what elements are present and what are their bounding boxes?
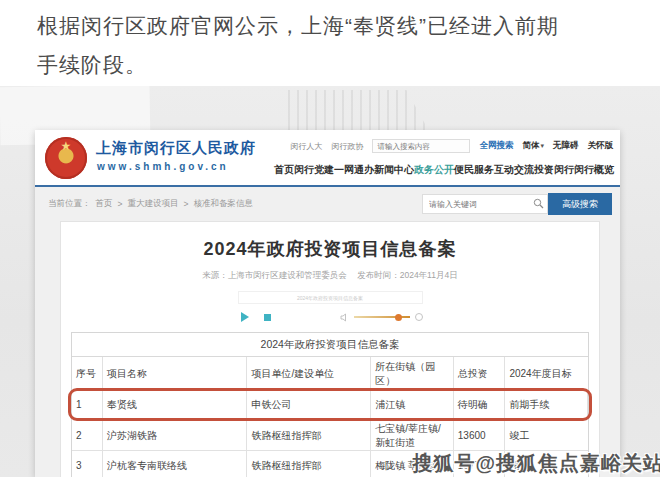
- audio-controls: [238, 309, 423, 325]
- page-title: 2024年政府投资项目信息备案: [61, 237, 599, 261]
- national-emblem-icon: ★: [45, 137, 87, 179]
- play-icon[interactable]: [241, 312, 249, 322]
- screenshot-backdrop: ★ 上海市闵行区人民政府 www.shmh.gov.cn 闵行人大 闵行政协 全…: [0, 86, 660, 477]
- header-utility-bar: 闵行人大 闵行政协 全网搜索 简体▾ 无障碍 关怀版: [270, 138, 613, 154]
- sohu-watermark: 搜狐号@搜狐焦点嘉峪关站: [412, 450, 660, 477]
- star-icon: ★: [45, 140, 87, 152]
- article-headline: 根据闵行区政府官网公示，上海“奉贤线”已经进入前期 手续阶段。: [37, 6, 637, 84]
- table-caption: 2024年政府投资项目信息备案: [72, 333, 588, 357]
- table-row-husuhu-railway: 2 沪苏湖铁路 铁路枢纽指挥部 七宝镇/莘庄镇/新虹街道 13600 竣工: [72, 419, 588, 451]
- mute-toggle-icon[interactable]: [415, 313, 423, 321]
- main-nav: 首页 闵行党建 一网通办 新闻中心 政务公开 便民服务 互动交流 投资闵行 闵行…: [274, 163, 614, 177]
- nav-party[interactable]: 闵行党建: [294, 163, 334, 177]
- col-header-project-name: 项目名称: [103, 357, 247, 390]
- breadcrumb-separator: >: [118, 199, 123, 209]
- care-mode-link[interactable]: 关怀版: [588, 140, 614, 152]
- nav-invest[interactable]: 投资闵行: [534, 163, 574, 177]
- nav-gov-affairs[interactable]: 政务公开: [414, 163, 454, 177]
- nav-interaction[interactable]: 互动交流: [494, 163, 534, 177]
- cell-index: 3: [72, 451, 103, 477]
- accessibility-link[interactable]: 无障碍: [553, 140, 579, 152]
- cell-goal: 竣工: [505, 419, 588, 452]
- breadcrumb-separator: >: [183, 199, 188, 209]
- keyword-search-wrap: [422, 194, 548, 214]
- cell-investment: 13600: [454, 419, 506, 452]
- breadcrumb-filing-info[interactable]: 核准和备案信息: [193, 198, 253, 210]
- col-header-investment: 总投资: [454, 357, 506, 390]
- volume-knob[interactable]: [395, 314, 402, 321]
- link-zhengxie[interactable]: 闵行政协: [331, 141, 363, 152]
- col-header-index: 序号: [72, 357, 103, 390]
- audio-player: 2024年政府投资项目信息备案: [238, 291, 423, 325]
- breadcrumb: 当前位置： 首页 > 重大建设项目 > 核准和备案信息: [48, 192, 612, 216]
- col-header-goal: 2024年度目标: [505, 357, 588, 390]
- cell-project-name: 沪杭客专南联络线: [103, 451, 247, 477]
- cell-unit: 铁路枢纽指挥部: [247, 451, 371, 477]
- headline-line-1: 根据闵行区政府官网公示，上海“奉贤线”已经进入前期: [37, 6, 637, 45]
- search-icon: [533, 198, 544, 209]
- gov-site-screenshot: ★ 上海市闵行区人民政府 www.shmh.gov.cn 闵行人大 闵行政协 全…: [35, 130, 620, 477]
- table-row-fengxian-line: 1 奉贤线 申铁公司 浦江镇 待明确 前期手续: [72, 391, 588, 419]
- site-search-input[interactable]: [372, 139, 470, 153]
- article-source: 来源：上海市闵行区建设和管理委员会: [202, 270, 347, 280]
- nav-news[interactable]: 新闻中心: [374, 163, 414, 177]
- site-url[interactable]: www.shmh.gov.cn: [97, 161, 229, 172]
- volume-slider[interactable]: [354, 316, 410, 318]
- breadcrumb-prefix: 当前位置：: [48, 198, 91, 210]
- cell-project-name: 沪苏湖铁路: [103, 419, 247, 452]
- cell-unit: 申铁公司: [247, 391, 371, 418]
- article-meta: 来源：上海市闵行区建设和管理委员会 发布时间：2024年11月4日: [61, 270, 599, 282]
- cell-town: 浦江镇: [371, 391, 454, 418]
- breadcrumb-major-projects[interactable]: 重大建设项目: [127, 198, 178, 210]
- cell-index: 1: [72, 391, 103, 418]
- headline-line-2: 手续阶段。: [37, 45, 637, 84]
- site-body: 当前位置： 首页 > 重大建设项目 > 核准和备案信息: [35, 187, 620, 477]
- site-search-button[interactable]: 全网搜索: [479, 140, 513, 152]
- audio-caption: 2024年政府投资项目信息备案: [238, 291, 423, 304]
- language-toggle[interactable]: 简体▾: [522, 140, 544, 152]
- article-publish-date: 发布时间：2024年11月4日: [357, 270, 457, 280]
- keyword-search-input[interactable]: [422, 194, 548, 214]
- stop-icon[interactable]: [264, 314, 271, 321]
- site-name: 上海市闵行区人民政府: [96, 139, 256, 158]
- page-search-area: 高级搜索: [422, 193, 612, 215]
- link-renda[interactable]: 闵行人大: [290, 141, 322, 152]
- speaker-icon: [340, 313, 349, 322]
- cell-investment: 待明确: [454, 391, 506, 418]
- cell-project-name: 奉贤线: [103, 391, 247, 418]
- advanced-search-button[interactable]: 高级搜索: [548, 193, 612, 215]
- table-header-row: 序号 项目名称 项目单位/建设单位 所在街镇（园区） 总投资 2024年度目标: [72, 357, 588, 391]
- article-content-card: 2024年政府投资项目信息备案 来源：上海市闵行区建设和管理委员会 发布时间：2…: [60, 221, 600, 477]
- breadcrumb-home[interactable]: 首页: [96, 198, 113, 210]
- cell-unit: 铁路枢纽指挥部: [247, 419, 371, 452]
- nav-services[interactable]: 便民服务: [454, 163, 494, 177]
- chevron-down-icon: ▾: [540, 142, 544, 149]
- col-header-unit: 项目单位/建设单位: [247, 357, 371, 390]
- cell-town: 七宝镇/莘庄镇/新虹街道: [371, 419, 454, 452]
- nav-one-stop[interactable]: 一网通办: [334, 163, 374, 177]
- col-header-town: 所在街镇（园区）: [371, 357, 454, 390]
- nav-overview[interactable]: 闵行概览: [574, 163, 614, 177]
- cell-index: 2: [72, 419, 103, 452]
- nav-home[interactable]: 首页: [274, 163, 294, 177]
- cell-goal: 前期手续: [505, 391, 588, 418]
- site-header: ★ 上海市闵行区人民政府 www.shmh.gov.cn 闵行人大 闵行政协 全…: [35, 130, 620, 187]
- screenshot-root: 根据闵行区政府官网公示，上海“奉贤线”已经进入前期 手续阶段。 ★ 上海市闵行区…: [0, 0, 660, 477]
